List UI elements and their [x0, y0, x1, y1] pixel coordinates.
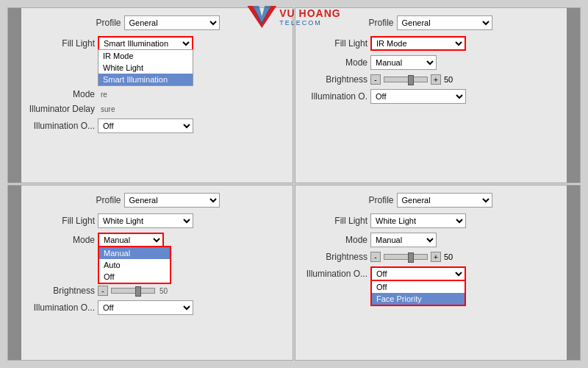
profile-select-tl[interactable]: General [124, 15, 220, 30]
fill-light-select-br[interactable]: White Light [370, 213, 466, 228]
mode-select-bl[interactable]: Manual [98, 233, 164, 247]
dropdown-item-auto-bl[interactable]: Auto [99, 259, 170, 271]
brightness-label-br: Brightness [301, 252, 368, 262]
fill-light-label-tl: Fill Light [29, 38, 95, 49]
sidebar-strip-right-tr [567, 8, 580, 183]
panel-bottom-right: Profile General Fill Light White Light M… [295, 185, 581, 361]
brightness-thumb-bl [135, 286, 141, 297]
dropdown-item-manual-bl[interactable]: Manual [99, 247, 170, 259]
illumination-o-select-bl[interactable]: Off [98, 300, 193, 315]
mode-label-bl: Mode [29, 235, 95, 245]
illumination-o-label-tl: Illumination O... [29, 121, 95, 131]
fill-light-select-tl[interactable]: Smart Illumination [98, 36, 193, 51]
fill-light-select-bl[interactable]: White Light [98, 213, 193, 228]
illumination-o-label-tr: Illumination O. [301, 91, 368, 102]
brightness-slider-br[interactable] [384, 254, 428, 260]
profile-label-tr: Profile [368, 18, 393, 28]
dropdown-item-face-priority-br[interactable]: Face Priority [372, 293, 465, 305]
brightness-row-bl: Brightness - 50 [29, 286, 287, 296]
dropdown-item-off-bl[interactable]: Off [99, 271, 170, 283]
brightness-plus-tr[interactable]: + [431, 74, 441, 85]
brightness-label-bl: Brightness [29, 286, 95, 296]
mode-row-tl: Mode re [29, 89, 287, 99]
logo-icon [247, 6, 276, 28]
fill-light-select-tr[interactable]: IR Mode White Light Smart Illumination [370, 36, 466, 51]
brightness-row-br: Brightness - + 50 [301, 252, 559, 262]
brightness-minus-br[interactable]: - [370, 252, 381, 262]
panel-bottom-left: Profile General Fill Light White Light M… [7, 185, 293, 361]
fill-light-row-tl: Fill Light Smart Illumination [29, 36, 287, 51]
mode-select-tr[interactable]: Manual [370, 55, 437, 70]
sidebar-strip-right-br [567, 185, 580, 360]
mode-label-br: Mode [301, 235, 368, 245]
brightness-plus-br[interactable]: + [431, 252, 441, 262]
illumination-o-row-tr: Illumination O. Off [301, 89, 559, 104]
illumination-o-select-br[interactable]: Off [370, 266, 466, 281]
illuminator-delay-label-tl: Illuminator Delay [29, 104, 95, 114]
fill-light-row-tr: Fill Light IR Mode White Light Smart Ill… [301, 36, 559, 51]
brightness-thumb-br [408, 252, 414, 263]
fill-light-label-br: Fill Light [301, 216, 368, 226]
illumination-dropdown-br: Off Face Priority [370, 280, 466, 306]
sidebar-strip-left-bl [8, 185, 21, 360]
mode-row-br: Mode Manual [301, 233, 559, 247]
panel-top-left: Profile General Fill Light Smart Illumin… [7, 7, 293, 183]
sidebar-strip-left-tl [8, 8, 21, 183]
fill-light-label-tr: Fill Light [301, 38, 368, 49]
profile-label-br: Profile [368, 195, 393, 205]
illumination-o-row-bl: Illumination O... Off [29, 300, 287, 315]
logo-text: VU HOANG TELECOM [279, 7, 340, 26]
illumination-o-row-br: Illumination O... Off [301, 266, 559, 281]
brightness-slider-bl[interactable] [111, 288, 155, 294]
panel-top-right: Profile General Fill Light IR Mode White… [295, 7, 581, 183]
brightness-value-bl: 50 [159, 287, 168, 295]
logo-overlay: VU HOANG TELECOM [247, 6, 340, 28]
mode-dropdown-bl: Manual Auto Off [98, 246, 171, 284]
profile-select-tr[interactable]: General [397, 15, 492, 30]
dropdown-item-smart-illumination[interactable]: Smart Illumination [98, 74, 193, 85]
mode-label-tl: Mode [29, 89, 95, 99]
logo-vu-hoang: VU HOANG [279, 7, 340, 19]
mode-row-bl: Mode Manual [29, 233, 287, 247]
illumination-o-select-tr[interactable]: Off [370, 89, 466, 104]
brightness-row-tr: Brightness - + 50 [301, 74, 559, 85]
brightness-minus-bl[interactable]: - [98, 286, 108, 296]
illumination-o-label-br: Illumination O... [301, 269, 368, 279]
profile-row-bl: Profile General [29, 193, 287, 208]
main-container: VU HOANG TELECOM Profile General Fill Li… [0, 0, 588, 368]
brightness-label-tr: Brightness [301, 74, 368, 85]
illuminator-delay-row-tl: Illuminator Delay sure [29, 104, 287, 114]
profile-label-tl: Profile [96, 18, 121, 28]
mode-note-tl: re [101, 91, 107, 99]
dropdown-item-white-light[interactable]: White Light [98, 62, 193, 74]
profile-label-bl: Profile [96, 195, 121, 205]
profile-select-bl[interactable]: General [124, 193, 220, 208]
illumination-o-row-tl: Illumination O... Off [29, 118, 287, 133]
fill-light-row-bl: Fill Light White Light [29, 213, 287, 228]
fill-light-dropdown-tl: IR Mode White Light Smart Illumination [98, 49, 193, 86]
illumination-o-select-tl[interactable]: Off [98, 118, 193, 133]
brightness-slider-tr[interactable] [384, 77, 428, 82]
brightness-value-tr: 50 [444, 75, 453, 84]
profile-row-br: Profile General [301, 193, 559, 208]
brightness-minus-tr[interactable]: - [370, 74, 381, 85]
dropdown-item-off-br[interactable]: Off [372, 281, 465, 293]
mode-select-br[interactable]: Manual [370, 233, 437, 247]
dropdown-item-ir-mode[interactable]: IR Mode [98, 50, 193, 62]
mode-row-tr: Mode Manual [301, 55, 559, 70]
fill-light-label-bl: Fill Light [29, 216, 95, 226]
logo-telecom: TELECOM [279, 19, 340, 26]
mode-label-tr: Mode [301, 57, 368, 68]
illumination-o-label-bl: Illumination O... [29, 302, 95, 313]
brightness-value-br: 50 [444, 252, 453, 261]
brightness-thumb-tr [408, 75, 414, 85]
fill-light-row-br: Fill Light White Light [301, 213, 559, 228]
profile-select-br[interactable]: General [397, 193, 492, 208]
illuminator-delay-note: sure [101, 105, 115, 113]
